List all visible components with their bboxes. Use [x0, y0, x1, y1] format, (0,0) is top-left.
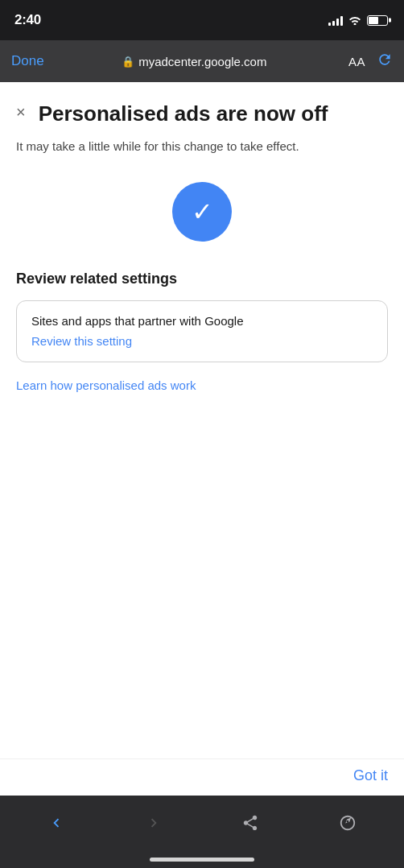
settings-card: Sites and apps that partner with Google …	[16, 300, 388, 362]
forward-button[interactable]	[132, 808, 175, 838]
close-icon[interactable]: ×	[16, 103, 26, 122]
content-area: × Personalised ads are now off It may ta…	[0, 82, 404, 796]
status-icons	[328, 14, 388, 27]
got-it-button[interactable]: Got it	[353, 767, 388, 784]
reload-button[interactable]	[377, 52, 393, 72]
subtitle-text: It may take a little while for this chan…	[16, 138, 388, 156]
lock-icon: 🔒	[122, 56, 134, 68]
share-button[interactable]	[229, 808, 272, 838]
status-time: 2:40	[14, 12, 41, 28]
text-size-button[interactable]: AA	[348, 55, 365, 68]
compass-button[interactable]	[326, 808, 369, 838]
done-button[interactable]: Done	[11, 53, 44, 69]
success-indicator: ✓	[16, 182, 388, 242]
wifi-icon	[348, 14, 362, 27]
browser-bar: Done 🔒 myadcenter.google.com AA	[0, 40, 404, 82]
status-bar: 2:40	[0, 0, 404, 40]
back-button[interactable]	[35, 808, 78, 838]
settings-card-title: Sites and apps that partner with Google	[31, 314, 373, 328]
review-heading: Review related settings	[16, 271, 388, 287]
bottom-bar	[0, 796, 404, 868]
review-setting-link[interactable]: Review this setting	[31, 334, 132, 348]
bottom-action-row: Got it	[0, 758, 404, 796]
home-indicator	[0, 850, 404, 868]
check-circle: ✓	[172, 182, 232, 242]
bottom-nav	[0, 796, 404, 850]
browser-actions: AA	[344, 52, 393, 72]
page-title: Personalised ads are now off	[39, 101, 328, 126]
learn-link[interactable]: Learn how personalised ads work	[16, 378, 196, 392]
scrollable-content: × Personalised ads are now off It may ta…	[0, 82, 404, 758]
battery-icon	[367, 15, 388, 26]
signal-bars-icon	[328, 14, 343, 26]
header-row: × Personalised ads are now off	[16, 101, 388, 126]
checkmark-icon: ✓	[192, 199, 213, 225]
address-bar[interactable]: 🔒 myadcenter.google.com	[54, 55, 335, 68]
address-text: myadcenter.google.com	[138, 55, 266, 68]
